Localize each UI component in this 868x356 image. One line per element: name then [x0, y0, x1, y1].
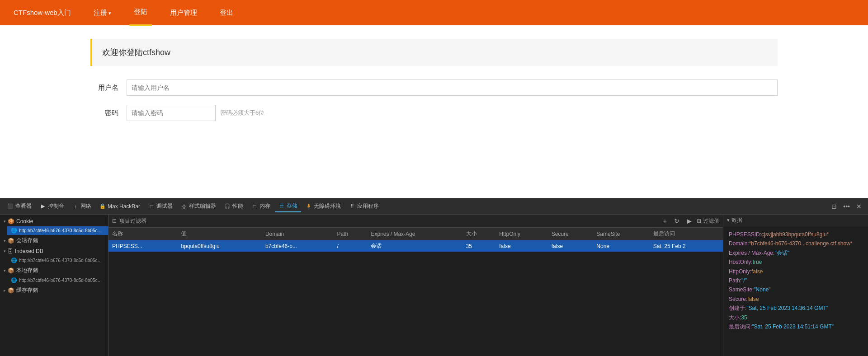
navbar-usermgmt[interactable]: 用户管理	[165, 0, 202, 25]
password-label: 密码	[90, 109, 127, 117]
navbar: CTFshow-web入门 注册 登陆 用户管理 登出	[0, 0, 868, 25]
navbar-login[interactable]: 登陆	[129, 0, 152, 26]
username-label: 用户名	[90, 84, 127, 92]
password-row: 密码 密码必须大于6位	[90, 105, 778, 121]
navbar-brand[interactable]: CTFshow-web入门	[9, 0, 75, 25]
username-input[interactable]	[127, 80, 778, 96]
welcome-text: 欢迎你登陆ctfshow	[102, 48, 170, 57]
password-hint: 密码必须大于6位	[220, 109, 264, 117]
page-content: 欢迎你登陆ctfshow 用户名 密码 密码必须大于6位	[0, 25, 868, 144]
navbar-register[interactable]: 注册	[89, 0, 116, 25]
navbar-logout[interactable]: 登出	[215, 0, 238, 25]
welcome-banner: 欢迎你登陆ctfshow	[90, 39, 778, 66]
username-row: 用户名	[90, 80, 778, 96]
password-input[interactable]	[127, 105, 216, 121]
